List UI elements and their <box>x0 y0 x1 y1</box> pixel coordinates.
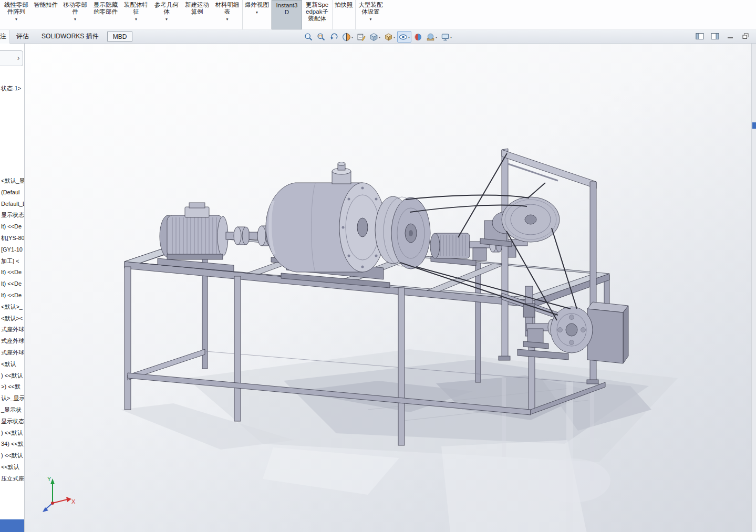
toolbar-button[interactable]: 材料明细表 ▼ <box>212 0 243 29</box>
commandmanager-tab[interactable]: 注 <box>0 30 10 44</box>
apply-scene-button[interactable]: ▾ <box>424 31 439 43</box>
tree-item[interactable]: <默认>_ <box>1 301 24 313</box>
toolbar-button[interactable]: 大型装配体设置 ▼ <box>356 0 386 29</box>
pane-toggle-left-button[interactable] <box>695 32 705 41</box>
zoom-to-area-icon <box>317 33 326 41</box>
toolbar-button-label: 线性零部件阵列 <box>3 2 29 15</box>
tree-item[interactable]: 式座外球 <box>1 347 24 359</box>
tree-item[interactable]: 加工] < <box>1 256 24 267</box>
tree-item[interactable]: <默认_显 <box>1 175 24 187</box>
toolbar-button[interactable]: 拍快照 <box>333 0 356 29</box>
panel-bottom-indicator <box>0 519 25 532</box>
toolbar-button[interactable]: 线性零部件阵列 ▼ <box>1 0 32 29</box>
previous-view-button[interactable] <box>328 31 340 43</box>
zoom-to-fit-button[interactable] <box>303 31 315 43</box>
triad-y-label: Y <box>47 476 51 482</box>
chevron-down-icon: ▼ <box>134 16 138 23</box>
section-view-icon <box>342 33 351 41</box>
tree-item[interactable]: <<默认 <box>1 462 24 473</box>
tree-item[interactable]: ) <<默认 <box>1 427 24 439</box>
chevron-down-icon: ▼ <box>74 16 77 23</box>
commandmanager-tab[interactable]: SOLIDWORKS 插件 <box>35 30 105 44</box>
toolbar-button-label: 显示隐藏的零部件 <box>92 2 119 15</box>
toolbar-button-label: 爆炸视图 <box>245 2 269 8</box>
tree-item[interactable]: lt) <<De <box>1 267 24 278</box>
tree-item[interactable]: >) <<默 <box>1 381 24 393</box>
edit-appearance-button[interactable] <box>412 31 424 43</box>
toolbar-button[interactable]: 更新Speedpak子装配体 <box>302 0 333 29</box>
feature-manager-panel: › 状态-1> <默认_显(DefaulDefault_D显示状态-lt) <<… <box>0 44 25 532</box>
minimize-icon <box>726 32 734 40</box>
pane-toggle-right-button[interactable] <box>710 32 720 41</box>
tree-item[interactable]: ) <<默认 <box>1 370 24 382</box>
tree-item[interactable]: ) <<默认 <box>1 450 24 462</box>
command-manager: 线性零部件阵列 ▼ 智能扣件 移动零部件 ▼ 显示隐藏的零部件 装配体特征 ▼ … <box>0 0 756 30</box>
display-style-button[interactable]: ▾ <box>382 31 397 43</box>
chevron-down-icon: ▾ <box>379 35 380 39</box>
commandmanager-tab[interactable]: MBD <box>107 32 133 41</box>
zoom-to-fit-icon <box>304 33 313 41</box>
section-view-button[interactable]: ▾ <box>340 31 355 43</box>
tree-item[interactable]: lt) <<De <box>1 290 24 301</box>
toolbar-button[interactable]: 装配体特征 ▼ <box>121 0 151 29</box>
tab-label: 评估 <box>16 32 29 41</box>
toolbar-button[interactable]: 智能扣件 <box>32 0 60 29</box>
toolbar-button[interactable]: 爆炸视图 ▼ <box>243 0 272 29</box>
toolbar-button-label: 更新Speedpak子装配体 <box>304 2 330 22</box>
tree-item[interactable]: <默认>< <box>1 313 24 325</box>
triad-x-label: X <box>71 498 76 505</box>
toolbar-button[interactable]: 显示隐藏的零部件 <box>90 0 121 29</box>
tree-item[interactable]: 显示状态- <box>1 210 24 221</box>
commandmanager-tab[interactable]: 评估 <box>10 30 35 44</box>
toolbar-button-label: 装配体特征 <box>123 2 149 15</box>
tree-item[interactable]: (Defaul <box>1 187 24 199</box>
chevron-down-icon: ▼ <box>369 16 372 23</box>
dynamic-annotation-views-button[interactable] <box>355 31 367 43</box>
tab-label: 注 <box>0 32 6 41</box>
viewport-canvas[interactable]: Y X <box>0 42 756 532</box>
toolbar-button[interactable]: Instant3D <box>272 0 302 29</box>
tree-item[interactable]: 式座外球 <box>1 324 24 336</box>
toolbar-button-label: 大型装配体设置 <box>358 2 384 15</box>
minimize-window-button[interactable] <box>725 32 736 41</box>
toolbar-button[interactable]: 参考几何体 ▼ <box>151 0 182 29</box>
restore-window-button[interactable] <box>740 32 751 41</box>
tree-item[interactable]: 压立式座 <box>1 473 24 485</box>
previous-view-icon <box>329 33 338 41</box>
task-pane-marker <box>752 122 756 129</box>
tree-item[interactable]: 显示状态 <box>1 416 24 427</box>
tree-item[interactable]: lt) <<De <box>1 221 24 233</box>
apply-scene-icon <box>426 33 435 41</box>
tree-item[interactable]: _显示状 <box>1 404 24 416</box>
chevron-down-icon: ▾ <box>351 35 353 39</box>
toolbar-button-label: 参考几何体 <box>153 2 180 15</box>
tree-item[interactable]: 机[YS-80 <box>1 233 24 244</box>
tree-item[interactable]: 式座外球 <box>1 336 24 347</box>
tree-item-display-state[interactable]: 状态-1> <box>1 85 21 92</box>
chevron-down-icon: ▾ <box>408 35 410 39</box>
chevron-down-icon: ▾ <box>450 35 452 39</box>
tree-item[interactable]: 34) <<默 <box>1 439 24 450</box>
toolbar-button[interactable]: 新建运动算例 <box>182 0 212 29</box>
tree-item[interactable]: 认>_显示 <box>1 393 24 404</box>
tree-item[interactable]: [GY1-10 <box>1 244 24 256</box>
toolbar-button[interactable]: 移动零部件 ▼ <box>60 0 90 29</box>
zoom-to-area-button[interactable] <box>315 31 327 43</box>
toolbar-button-label: 新建运动算例 <box>184 2 210 15</box>
task-pane-edge[interactable] <box>751 44 756 532</box>
tree-item[interactable]: <默认 <box>1 359 24 370</box>
toolbar-button-label: Instant3D <box>274 2 299 16</box>
hide-show-items-button[interactable]: ▾ <box>397 31 411 43</box>
tree-item[interactable]: lt) <<De <box>1 278 24 290</box>
graphics-viewport[interactable]: Y X <box>0 30 756 532</box>
view-settings-button[interactable]: ▾ <box>439 31 453 43</box>
tab-label: MBD <box>113 33 127 40</box>
window-controls <box>695 32 751 41</box>
chevron-down-icon: ▼ <box>165 16 168 23</box>
tree-item[interactable]: Default_D <box>1 199 24 210</box>
view-orientation-icon <box>369 33 378 41</box>
toolbar-button-label: 智能扣件 <box>34 2 58 8</box>
view-orientation-button[interactable]: ▾ <box>368 31 382 43</box>
expand-panel-button[interactable]: › <box>15 54 22 62</box>
chevron-down-icon: ▾ <box>436 35 437 39</box>
